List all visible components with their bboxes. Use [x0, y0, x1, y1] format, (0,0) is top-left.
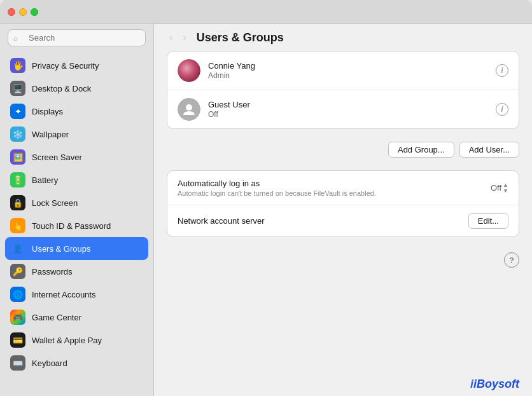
lock-screen-icon: 🔒: [10, 195, 25, 210]
sidebar-item-label: Users & Groups: [32, 244, 90, 254]
keyboard-icon: ⌨️: [10, 355, 25, 371]
traffic-lights: [8, 8, 38, 16]
sidebar-item-internet-accounts[interactable]: 🌐 Internet Accounts: [5, 283, 148, 306]
battery-icon: 🔋: [10, 172, 25, 188]
sidebar-item-passwords[interactable]: 🔑 Passwords: [5, 260, 148, 283]
search-container: ⌕: [0, 24, 153, 51]
sidebar-item-lock-screen[interactable]: 🔒 Lock Screen: [5, 191, 148, 214]
sidebar-item-screen-saver[interactable]: 🖼️ Screen Saver: [5, 146, 148, 168]
wallpaper-icon: ❄️: [10, 126, 25, 142]
user-info: Connie Yang Admin: [208, 61, 488, 80]
network-account-row: Network account server Edit...: [167, 205, 519, 236]
auto-login-value-text: Off: [491, 183, 501, 193]
search-box-wrapper: ⌕: [8, 29, 146, 46]
touch-id-icon: 👆: [10, 218, 25, 233]
sidebar-item-label: Game Center: [32, 313, 81, 322]
auto-login-subtitle: Automatic login can't be turned on becau…: [178, 189, 483, 197]
sidebar-item-label: Keyboard: [32, 358, 67, 368]
auto-login-title: Automatically log in as: [178, 179, 483, 188]
help-button[interactable]: ?: [504, 252, 519, 268]
sidebar-item-label: Wallet & Apple Pay: [32, 336, 102, 345]
auto-login-content: Automatically log in as Automatic login …: [178, 179, 483, 197]
user-name: Connie Yang: [208, 61, 488, 71]
avatar: [178, 98, 200, 121]
sidebar-item-label: Passwords: [32, 267, 73, 277]
network-account-content: Network account server: [178, 216, 461, 226]
sidebar-item-users-groups[interactable]: 👤 Users & Groups: [5, 237, 148, 260]
sidebar-item-label: Touch ID & Password: [32, 221, 111, 231]
maximize-button[interactable]: [31, 8, 38, 16]
sidebar-item-displays[interactable]: ✦ Displays: [5, 100, 148, 123]
content-body: Connie Yang Admin i: [154, 51, 532, 375]
user-name: Guest User: [208, 100, 488, 109]
auto-login-row: Automatically log in as Automatic login …: [167, 171, 519, 205]
avatar: [178, 59, 200, 82]
internet-accounts-icon: 🌐: [10, 287, 25, 302]
watermark-text: iiBoysoft: [470, 378, 519, 390]
minimize-button[interactable]: [19, 8, 27, 16]
desktop-dock-icon: 🖥️: [10, 81, 25, 96]
table-row: Connie Yang Admin i: [167, 51, 519, 90]
add-buttons-row: Add Group... Add User...: [167, 139, 519, 160]
watermark: iiBoysoft: [154, 375, 532, 396]
sidebar-item-keyboard[interactable]: ⌨️ Keyboard: [5, 352, 148, 374]
displays-icon: ✦: [10, 104, 25, 119]
passwords-icon: 🔑: [10, 264, 25, 279]
help-row: ?: [167, 247, 519, 273]
stepper-arrows: ▲ ▼: [503, 182, 508, 194]
sidebar-item-label: Privacy & Security: [32, 61, 99, 71]
sidebar-item-game-center[interactable]: 🎮 Game Center: [5, 306, 148, 329]
guest-info-button[interactable]: i: [496, 103, 508, 116]
avatar-flower: [178, 59, 200, 82]
svg-point-0: [186, 104, 192, 111]
users-card: Connie Yang Admin i: [167, 51, 519, 129]
watermark-brand: iBoysoft: [473, 378, 519, 390]
nav-forward-button[interactable]: ›: [180, 31, 188, 44]
sidebar-item-label: Screen Saver: [32, 153, 82, 162]
sidebar-item-label: Displays: [32, 107, 63, 116]
user-info-button[interactable]: i: [496, 64, 508, 77]
settings-card: Automatically log in as Automatic login …: [167, 170, 519, 237]
search-input[interactable]: [26, 33, 139, 43]
network-account-title: Network account server: [178, 216, 461, 226]
sidebar-item-wallpaper[interactable]: ❄️ Wallpaper: [5, 123, 148, 146]
sidebar-scroll: 🖐️ Privacy & Security 🖥️ Desktop & Dock …: [0, 51, 153, 396]
page-title: Users & Groups: [197, 31, 284, 44]
close-button[interactable]: [8, 8, 15, 16]
sidebar-item-label: Wallpaper: [32, 130, 69, 139]
sidebar-item-label: Desktop & Dock: [32, 84, 91, 93]
sidebar: ⌕ 🖐️ Privacy & Security 🖥️ Desktop & Doc…: [0, 24, 154, 396]
sidebar-item-label: Battery: [32, 175, 58, 185]
users-groups-icon: 👤: [10, 241, 25, 256]
user-role: Admin: [208, 71, 488, 80]
content-area: ‹ › Users & Groups Connie Yang Admin i: [154, 24, 532, 396]
sidebar-item-label: Lock Screen: [32, 198, 78, 208]
main-container: ⌕ 🖐️ Privacy & Security 🖥️ Desktop & Doc…: [0, 24, 532, 396]
sidebar-item-wallet[interactable]: 💳 Wallet & Apple Pay: [5, 329, 148, 352]
user-info: Guest User Off: [208, 100, 488, 119]
sidebar-item-touch-id[interactable]: 👆 Touch ID & Password: [5, 214, 148, 237]
search-icon: ⌕: [13, 34, 18, 43]
stepper-down: ▼: [503, 188, 508, 194]
sidebar-item-privacy-security[interactable]: 🖐️ Privacy & Security: [5, 54, 148, 77]
game-center-icon: 🎮: [10, 310, 25, 325]
add-group-button[interactable]: Add Group...: [388, 142, 454, 158]
table-row: Guest User Off i: [167, 90, 519, 128]
titlebar: [0, 0, 532, 24]
content-header: ‹ › Users & Groups: [154, 24, 532, 51]
add-user-button[interactable]: Add User...: [459, 142, 519, 158]
wallet-icon: 💳: [10, 332, 25, 348]
nav-back-button[interactable]: ‹: [167, 31, 175, 44]
avatar-guest: [178, 98, 200, 121]
privacy-security-icon: 🖐️: [10, 58, 25, 73]
sidebar-item-label: Internet Accounts: [32, 290, 95, 299]
user-role: Off: [208, 110, 488, 119]
edit-button[interactable]: Edit...: [468, 213, 508, 229]
sidebar-item-desktop-dock[interactable]: 🖥️ Desktop & Dock: [5, 77, 148, 100]
auto-login-value[interactable]: Off ▲ ▼: [491, 182, 508, 194]
sidebar-item-battery[interactable]: 🔋 Battery: [5, 168, 148, 191]
screen-saver-icon: 🖼️: [10, 149, 25, 165]
